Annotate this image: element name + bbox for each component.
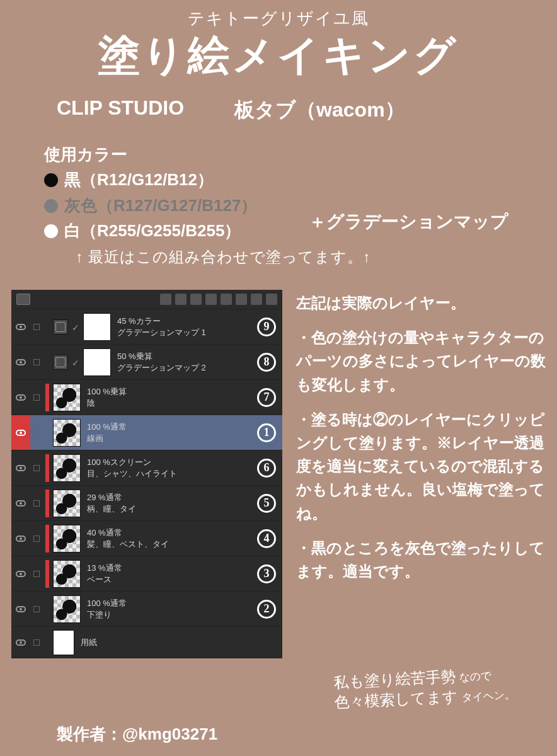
lock-cell[interactable] <box>30 592 43 626</box>
layer-thumbnail <box>53 384 81 411</box>
layer-thumbnail <box>53 595 81 623</box>
visibility-toggle[interactable] <box>11 450 30 485</box>
visibility-toggle[interactable] <box>11 592 30 626</box>
layer-name: 陰 <box>87 398 127 409</box>
layer-mode: 13 %通常 <box>87 563 122 574</box>
visibility-toggle[interactable] <box>11 345 30 379</box>
lock-cell[interactable] <box>30 486 43 520</box>
note-greyfill: ・黒のところを灰色で塗ったりしてます。適当です。 <box>296 536 548 583</box>
note-layercount: ・色の塗分けの量やキャラクターのパーツの多さによってレイヤーの数も変化します。 <box>296 326 548 396</box>
annotation-number: 9 <box>257 318 276 336</box>
layer-panel: ✓45 %カラーグラデーションマップ 19✓50 %乗算グラデーションマップ 2… <box>11 290 282 658</box>
adjustment-icon <box>53 355 68 370</box>
layer-mode: 29 %通常 <box>87 492 136 503</box>
visibility-toggle[interactable] <box>11 486 30 520</box>
swatch-black <box>44 173 58 187</box>
lock-cell[interactable] <box>30 521 43 556</box>
layer-mode: 45 %カラー <box>117 316 206 327</box>
layer-name: ベース <box>87 574 122 585</box>
new-layer-icon[interactable] <box>160 294 171 305</box>
clip-indicator <box>45 525 49 553</box>
layer-row[interactable]: 40 %通常髪、瞳、ベスト、タイ4 <box>11 521 282 556</box>
lock-cell[interactable] <box>30 380 43 415</box>
visibility-toggle[interactable] <box>11 309 30 344</box>
lock-cell[interactable] <box>30 627 43 658</box>
layer-row[interactable]: 100 %乗算陰7 <box>11 380 282 415</box>
layer-row[interactable]: ✓45 %カラーグラデーションマップ 19 <box>11 309 282 345</box>
layer-name: 髪、瞳、ベスト、タイ <box>87 539 169 550</box>
credit: 製作者：@kmg03271 <box>57 723 217 745</box>
layer-row[interactable]: 13 %通常ベース3 <box>11 556 282 592</box>
lock-icon <box>33 536 40 542</box>
lock-cell[interactable] <box>30 309 43 344</box>
annotation-number: 7 <box>257 388 276 407</box>
visibility-toggle[interactable] <box>11 556 30 591</box>
panel-menu-icon[interactable] <box>16 294 30 305</box>
new-correction-icon[interactable] <box>175 294 187 305</box>
layer-mode: 100 %通常 <box>87 598 127 609</box>
lock-icon <box>33 606 40 612</box>
layer-row[interactable]: 100 %通常線画1 <box>11 415 282 450</box>
clip-indicator <box>45 490 49 517</box>
note-clipping: ・塗る時は②のレイヤーにクリッピングして塗ります。※レイヤー透過度を適当に変えて… <box>296 408 548 525</box>
colors-heading: 使用カラー <box>44 142 557 167</box>
clip-indicator <box>45 595 49 623</box>
merge-icon[interactable] <box>221 294 232 305</box>
layer-thumbnail <box>83 313 111 341</box>
lock-cell[interactable] <box>30 556 43 591</box>
lock-cell[interactable] <box>30 345 43 379</box>
lock-icon <box>33 324 40 330</box>
clip-indicator <box>45 629 49 656</box>
eye-icon <box>16 606 26 612</box>
eye-icon <box>16 324 26 330</box>
layer-name: 柄、瞳、タイ <box>87 503 136 515</box>
color-grey: 灰色（R127/G127/B127） <box>64 196 257 215</box>
layer-row[interactable]: ✓50 %乗算グラデーションマップ 28 <box>11 345 282 380</box>
layer-mode: 100 %乗算 <box>87 386 127 398</box>
layer-row[interactable]: 100 %スクリーン目、シャツ、ハイライト6 <box>11 450 282 486</box>
layer-thumbnail <box>53 454 81 482</box>
paper-thumbnail <box>53 630 74 655</box>
layer-name: グラデーションマップ 2 <box>117 362 206 374</box>
layer-row[interactable]: 100 %通常下塗り2 <box>11 592 282 627</box>
layer-name: グラデーションマップ 1 <box>117 327 206 338</box>
apply-mask-icon[interactable] <box>251 294 262 305</box>
clip-indicator <box>45 313 49 341</box>
swatch-white <box>44 224 58 238</box>
lock-icon <box>33 639 40 646</box>
check-icon: ✓ <box>72 323 81 331</box>
annotation-number: 8 <box>257 353 276 372</box>
check-icon: ✓ <box>72 358 81 367</box>
eye-icon <box>16 430 26 436</box>
lock-icon <box>33 394 40 401</box>
visibility-toggle[interactable] <box>11 627 30 658</box>
transfer-icon[interactable] <box>205 294 217 305</box>
layer-thumbnail <box>53 419 81 447</box>
visibility-toggle[interactable] <box>11 521 30 556</box>
eye-icon <box>16 359 26 365</box>
visibility-toggle[interactable] <box>11 415 30 450</box>
plus-gradient-map: ＋グラデーションマップ <box>309 210 508 234</box>
lock-cell[interactable] <box>30 415 43 450</box>
color-white: 白（R255/G255/B255） <box>64 221 241 240</box>
mask-icon[interactable] <box>236 294 247 305</box>
annotation-number: 2 <box>257 600 276 619</box>
delete-layer-icon[interactable] <box>266 294 277 305</box>
layer-row[interactable]: 用紙 <box>11 627 282 658</box>
handnote-struggle: 私も塗り絵苦手勢なので 色々模索してますタイヘン。 <box>333 663 516 714</box>
eye-icon <box>16 500 26 507</box>
note-intro: 左記は実際のレイヤー。 <box>296 291 548 314</box>
layer-row[interactable]: 29 %通常柄、瞳、タイ5 <box>11 486 282 521</box>
layer-mode: 100 %通常 <box>87 421 127 433</box>
lock-cell[interactable] <box>30 450 43 485</box>
eye-icon <box>16 571 26 577</box>
adjustment-icon <box>53 319 68 335</box>
layer-thumbnail <box>53 490 81 517</box>
new-folder-icon[interactable] <box>190 294 202 305</box>
clip-indicator <box>45 348 49 376</box>
clip-indicator <box>45 419 49 447</box>
annotation-number: 1 <box>257 423 276 442</box>
visibility-toggle[interactable] <box>11 380 30 415</box>
layer-thumbnail <box>53 560 81 588</box>
lock-icon <box>33 430 40 436</box>
